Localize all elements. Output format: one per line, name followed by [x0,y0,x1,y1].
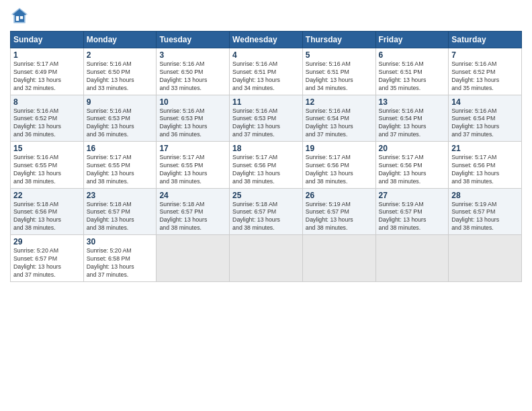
table-cell: 21Sunrise: 5:17 AMSunset: 6:56 PMDayligh… [449,142,522,189]
day-info: Sunrise: 5:16 AMSunset: 6:50 PMDaylight:… [159,60,226,93]
day-info: Sunrise: 5:19 AMSunset: 6:57 PMDaylight:… [306,201,373,233]
day-number: 24 [159,191,226,200]
day-info: Sunrise: 5:16 AMSunset: 6:51 PMDaylight:… [232,60,300,93]
day-number: 25 [232,191,300,200]
col-friday: Friday [375,32,449,48]
day-number: 14 [451,97,519,107]
table-cell: 4Sunrise: 5:16 AMSunset: 6:51 PMDaylight… [230,48,303,95]
table-cell: 11Sunrise: 5:16 AMSunset: 6:53 PMDayligh… [230,95,303,142]
table-cell [302,235,375,282]
day-info: Sunrise: 5:16 AMSunset: 6:53 PMDaylight:… [232,107,300,140]
day-number: 1 [13,50,81,60]
col-wednesday: Wednesday [230,32,303,48]
day-number: 22 [13,191,81,200]
day-info: Sunrise: 5:16 AMSunset: 6:54 PMDaylight:… [379,107,446,140]
day-info: Sunrise: 5:17 AMSunset: 6:56 PMDaylight:… [232,154,300,186]
day-number: 10 [159,97,226,107]
week-row-1: 1Sunrise: 5:17 AMSunset: 6:49 PMDaylight… [11,48,522,95]
table-cell: 30Sunrise: 5:20 AMSunset: 6:58 PMDayligh… [83,235,157,282]
calendar-header-row: Sunday Monday Tuesday Wednesday Thursday… [11,32,522,48]
table-cell: 23Sunrise: 5:18 AMSunset: 6:57 PMDayligh… [83,188,157,235]
day-number: 28 [451,191,519,200]
table-cell: 9Sunrise: 5:16 AMSunset: 6:53 PMDaylight… [83,95,157,142]
table-cell: 7Sunrise: 5:16 AMSunset: 6:52 PMDaylight… [449,48,522,95]
day-info: Sunrise: 5:17 AMSunset: 6:56 PMDaylight:… [451,154,519,186]
day-info: Sunrise: 5:16 AMSunset: 6:53 PMDaylight:… [87,107,154,140]
day-number: 21 [451,144,519,153]
week-row-4: 22Sunrise: 5:18 AMSunset: 6:56 PMDayligh… [11,188,522,235]
logo-icon [10,7,29,26]
day-info: Sunrise: 5:16 AMSunset: 6:54 PMDaylight:… [306,107,373,140]
day-info: Sunrise: 5:17 AMSunset: 6:56 PMDaylight:… [306,154,373,186]
table-cell [375,235,449,282]
day-number: 26 [306,191,373,200]
day-info: Sunrise: 5:16 AMSunset: 6:52 PMDaylight:… [13,107,81,140]
day-number: 18 [232,144,300,153]
day-number: 8 [13,97,81,107]
table-cell: 12Sunrise: 5:16 AMSunset: 6:54 PMDayligh… [302,95,375,142]
day-number: 13 [379,97,446,107]
day-number: 12 [306,97,373,107]
day-number: 6 [379,50,446,60]
svg-rect-3 [20,16,23,19]
day-info: Sunrise: 5:16 AMSunset: 6:54 PMDaylight:… [451,107,519,140]
day-number: 23 [87,191,154,200]
table-cell: 10Sunrise: 5:16 AMSunset: 6:53 PMDayligh… [157,95,230,142]
table-cell: 26Sunrise: 5:19 AMSunset: 6:57 PMDayligh… [302,188,375,235]
col-sunday: Sunday [11,32,84,48]
table-cell: 3Sunrise: 5:16 AMSunset: 6:50 PMDaylight… [157,48,230,95]
table-cell: 20Sunrise: 5:17 AMSunset: 6:56 PMDayligh… [375,142,449,189]
day-info: Sunrise: 5:17 AMSunset: 6:49 PMDaylight:… [13,60,81,93]
table-cell: 29Sunrise: 5:20 AMSunset: 6:57 PMDayligh… [11,235,84,282]
calendar-table: Sunday Monday Tuesday Wednesday Thursday… [10,31,522,282]
day-number: 11 [232,97,300,107]
day-info: Sunrise: 5:16 AMSunset: 6:50 PMDaylight:… [87,60,154,93]
col-tuesday: Tuesday [157,32,230,48]
day-info: Sunrise: 5:16 AMSunset: 6:53 PMDaylight:… [159,107,226,140]
table-cell: 25Sunrise: 5:18 AMSunset: 6:57 PMDayligh… [230,188,303,235]
day-number: 7 [451,50,519,60]
day-number: 27 [379,191,446,200]
week-row-5: 29Sunrise: 5:20 AMSunset: 6:57 PMDayligh… [11,235,522,282]
table-cell [157,235,230,282]
day-info: Sunrise: 5:16 AMSunset: 6:51 PMDaylight:… [306,60,373,93]
table-cell: 28Sunrise: 5:19 AMSunset: 6:57 PMDayligh… [449,188,522,235]
day-number: 16 [87,144,154,153]
col-thursday: Thursday [302,32,375,48]
table-cell [230,235,303,282]
day-number: 15 [13,144,81,153]
day-info: Sunrise: 5:16 AMSunset: 6:51 PMDaylight:… [379,60,446,93]
day-number: 29 [13,237,81,246]
col-monday: Monday [83,32,157,48]
day-info: Sunrise: 5:18 AMSunset: 6:57 PMDaylight:… [232,201,300,233]
table-cell: 27Sunrise: 5:19 AMSunset: 6:57 PMDayligh… [375,188,449,235]
table-cell: 19Sunrise: 5:17 AMSunset: 6:56 PMDayligh… [302,142,375,189]
day-number: 2 [87,50,154,60]
day-number: 5 [306,50,373,60]
day-info: Sunrise: 5:16 AMSunset: 6:55 PMDaylight:… [13,154,81,186]
day-info: Sunrise: 5:19 AMSunset: 6:57 PMDaylight:… [451,201,519,233]
table-cell: 16Sunrise: 5:17 AMSunset: 6:55 PMDayligh… [83,142,157,189]
day-info: Sunrise: 5:18 AMSunset: 6:57 PMDaylight:… [87,201,154,233]
table-cell: 17Sunrise: 5:17 AMSunset: 6:55 PMDayligh… [157,142,230,189]
day-info: Sunrise: 5:16 AMSunset: 6:52 PMDaylight:… [451,60,519,93]
table-cell: 8Sunrise: 5:16 AMSunset: 6:52 PMDaylight… [11,95,84,142]
day-info: Sunrise: 5:20 AMSunset: 6:58 PMDaylight:… [87,247,154,279]
table-cell: 22Sunrise: 5:18 AMSunset: 6:56 PMDayligh… [11,188,84,235]
table-cell: 24Sunrise: 5:18 AMSunset: 6:57 PMDayligh… [157,188,230,235]
col-saturday: Saturday [449,32,522,48]
day-number: 17 [159,144,226,153]
header [10,7,522,26]
day-info: Sunrise: 5:20 AMSunset: 6:57 PMDaylight:… [13,247,81,279]
table-cell: 6Sunrise: 5:16 AMSunset: 6:51 PMDaylight… [375,48,449,95]
day-number: 20 [379,144,446,153]
table-cell [449,235,522,282]
table-cell: 1Sunrise: 5:17 AMSunset: 6:49 PMDaylight… [11,48,84,95]
day-number: 4 [232,50,300,60]
day-info: Sunrise: 5:17 AMSunset: 6:55 PMDaylight:… [159,154,226,186]
day-number: 30 [87,237,154,246]
day-info: Sunrise: 5:18 AMSunset: 6:57 PMDaylight:… [159,201,226,233]
day-info: Sunrise: 5:18 AMSunset: 6:56 PMDaylight:… [13,201,81,233]
day-info: Sunrise: 5:17 AMSunset: 6:55 PMDaylight:… [87,154,154,186]
day-number: 19 [306,144,373,153]
